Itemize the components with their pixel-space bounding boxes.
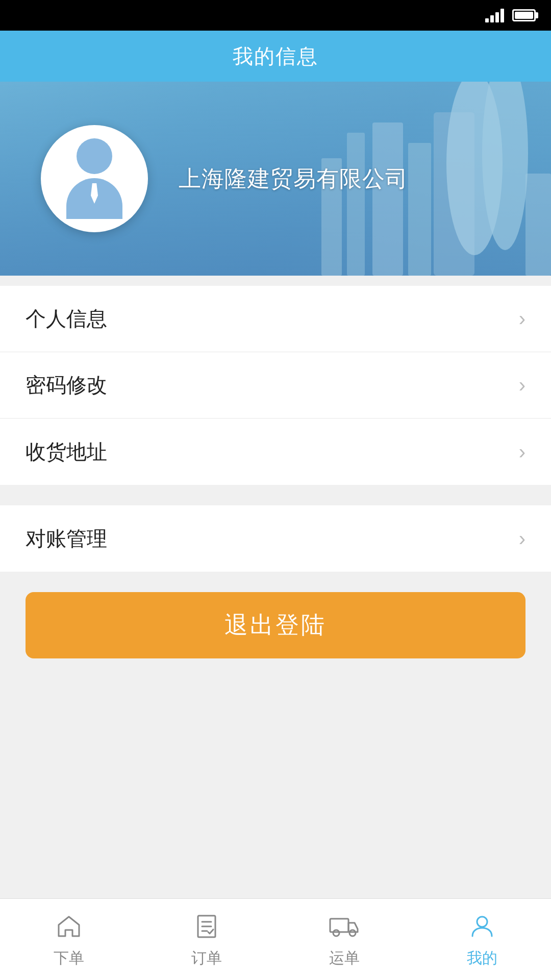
mine-icon bbox=[466, 910, 498, 943]
orders-icon bbox=[190, 910, 223, 943]
profile-content: 上海隆建贸易有限公司 bbox=[0, 82, 551, 276]
page-title: 我的信息 bbox=[233, 42, 318, 70]
bottom-nav: 下单 订单 bbox=[0, 898, 551, 980]
avatar bbox=[41, 125, 148, 232]
menu-item-shipping-address[interactable]: 收货地址 › bbox=[0, 419, 551, 485]
nav-item-mine[interactable]: 我的 bbox=[413, 899, 551, 980]
home-icon bbox=[53, 910, 85, 943]
svg-point-15 bbox=[477, 917, 487, 927]
signal-icon bbox=[485, 8, 504, 22]
nav-item-orders[interactable]: 订单 bbox=[138, 899, 276, 980]
svg-point-14 bbox=[349, 930, 356, 936]
menu-item-account-management[interactable]: 对账管理 › bbox=[0, 505, 551, 572]
svg-point-13 bbox=[333, 930, 339, 936]
logout-button[interactable]: 退出登陆 bbox=[26, 592, 525, 658]
chevron-right-icon: › bbox=[519, 527, 525, 550]
nav-label-order-place: 下单 bbox=[54, 948, 84, 969]
menu-list-group2: 对账管理 › bbox=[0, 505, 551, 572]
nav-item-order-place[interactable]: 下单 bbox=[0, 899, 138, 980]
logout-section: 退出登陆 bbox=[0, 572, 551, 679]
battery-icon bbox=[512, 9, 536, 21]
chevron-right-icon: › bbox=[519, 374, 525, 397]
svg-rect-12 bbox=[330, 919, 348, 932]
menu-list-group1: 个人信息 › 密码修改 › 收货地址 › bbox=[0, 286, 551, 485]
menu-gap bbox=[0, 485, 551, 495]
menu-item-password-change[interactable]: 密码修改 › bbox=[0, 352, 551, 419]
page-header: 我的信息 bbox=[0, 31, 551, 82]
company-name: 上海隆建贸易有限公司 bbox=[179, 164, 408, 194]
chevron-right-icon: › bbox=[519, 440, 525, 463]
nav-label-mine: 我的 bbox=[467, 948, 497, 969]
status-bar bbox=[0, 0, 551, 31]
avatar-person-icon bbox=[66, 138, 122, 219]
nav-item-shipping[interactable]: 运单 bbox=[276, 899, 413, 980]
profile-banner: 上海隆建贸易有限公司 bbox=[0, 82, 551, 276]
chevron-right-icon: › bbox=[519, 307, 525, 330]
shipping-icon bbox=[328, 910, 361, 943]
nav-label-shipping: 运单 bbox=[329, 948, 360, 969]
nav-label-orders: 订单 bbox=[191, 948, 222, 969]
menu-item-personal-info[interactable]: 个人信息 › bbox=[0, 286, 551, 352]
